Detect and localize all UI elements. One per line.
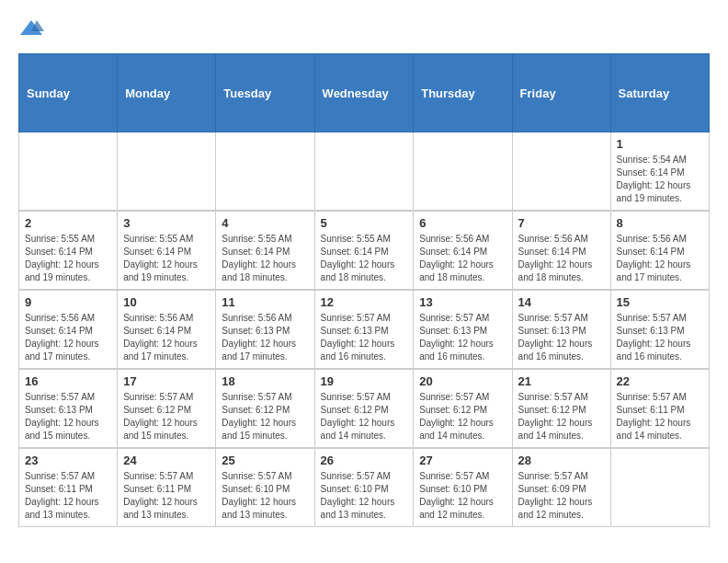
calendar-day-cell: 17Sunrise: 5:57 AM Sunset: 6:12 PM Dayli… <box>118 369 216 448</box>
calendar-week-5: 23Sunrise: 5:57 AM Sunset: 6:11 PM Dayli… <box>19 448 710 527</box>
day-info: Sunrise: 5:56 AM Sunset: 6:14 PM Dayligh… <box>518 233 605 284</box>
calendar-day-cell <box>414 132 512 212</box>
calendar-day-cell: 15Sunrise: 5:57 AM Sunset: 6:13 PM Dayli… <box>610 290 709 369</box>
day-info: Sunrise: 5:57 AM Sunset: 6:13 PM Dayligh… <box>25 391 111 442</box>
day-number: 12 <box>321 295 408 309</box>
calendar-week-3: 9Sunrise: 5:56 AM Sunset: 6:14 PM Daylig… <box>19 290 710 369</box>
page-header <box>18 18 710 39</box>
calendar-day-cell: 24Sunrise: 5:57 AM Sunset: 6:11 PM Dayli… <box>118 448 216 527</box>
day-number: 3 <box>123 216 210 230</box>
calendar-day-cell: 28Sunrise: 5:57 AM Sunset: 6:09 PM Dayli… <box>512 448 610 527</box>
calendar-day-cell <box>314 132 414 212</box>
day-number: 23 <box>25 454 111 467</box>
calendar-day-cell: 5Sunrise: 5:55 AM Sunset: 6:14 PM Daylig… <box>314 211 414 290</box>
weekday-header-wednesday: Wednesday <box>314 54 414 132</box>
day-info: Sunrise: 5:56 AM Sunset: 6:14 PM Dayligh… <box>419 233 506 284</box>
day-info: Sunrise: 5:55 AM Sunset: 6:14 PM Dayligh… <box>321 233 408 284</box>
calendar-day-cell: 6Sunrise: 5:56 AM Sunset: 6:14 PM Daylig… <box>414 211 512 290</box>
weekday-header-sunday: Sunday <box>19 54 118 132</box>
day-number: 27 <box>419 454 506 467</box>
day-number: 25 <box>222 454 308 467</box>
day-info: Sunrise: 5:55 AM Sunset: 6:14 PM Dayligh… <box>25 233 111 284</box>
calendar-day-cell: 2Sunrise: 5:55 AM Sunset: 6:14 PM Daylig… <box>19 211 118 290</box>
day-info: Sunrise: 5:56 AM Sunset: 6:14 PM Dayligh… <box>123 312 210 363</box>
day-number: 5 <box>321 216 408 230</box>
calendar-day-cell: 19Sunrise: 5:57 AM Sunset: 6:12 PM Dayli… <box>314 369 414 448</box>
day-number: 13 <box>419 295 506 309</box>
day-info: Sunrise: 5:57 AM Sunset: 6:12 PM Dayligh… <box>123 391 210 442</box>
calendar-day-cell: 21Sunrise: 5:57 AM Sunset: 6:12 PM Dayli… <box>512 369 610 448</box>
calendar-day-cell: 8Sunrise: 5:56 AM Sunset: 6:14 PM Daylig… <box>610 211 709 290</box>
day-number: 2 <box>25 216 111 230</box>
calendar-day-cell <box>216 132 314 212</box>
day-number: 28 <box>518 454 605 467</box>
day-info: Sunrise: 5:57 AM Sunset: 6:10 PM Dayligh… <box>222 470 308 522</box>
day-info: Sunrise: 5:57 AM Sunset: 6:12 PM Dayligh… <box>222 391 308 442</box>
calendar-day-cell: 12Sunrise: 5:57 AM Sunset: 6:13 PM Dayli… <box>314 290 414 369</box>
calendar-week-4: 16Sunrise: 5:57 AM Sunset: 6:13 PM Dayli… <box>19 369 710 448</box>
day-info: Sunrise: 5:56 AM Sunset: 6:14 PM Dayligh… <box>617 233 703 284</box>
day-number: 18 <box>222 374 308 388</box>
day-number: 15 <box>617 295 703 309</box>
day-info: Sunrise: 5:57 AM Sunset: 6:12 PM Dayligh… <box>518 391 605 442</box>
weekday-header-monday: Monday <box>118 54 216 132</box>
day-info: Sunrise: 5:57 AM Sunset: 6:10 PM Dayligh… <box>419 470 506 522</box>
day-number: 20 <box>419 374 506 388</box>
calendar-day-cell: 27Sunrise: 5:57 AM Sunset: 6:10 PM Dayli… <box>414 448 512 527</box>
day-info: Sunrise: 5:57 AM Sunset: 6:11 PM Dayligh… <box>123 470 210 522</box>
day-number: 14 <box>518 295 605 309</box>
day-number: 1 <box>617 137 703 151</box>
day-number: 10 <box>123 295 210 309</box>
calendar-day-cell: 18Sunrise: 5:57 AM Sunset: 6:12 PM Dayli… <box>216 369 314 448</box>
day-number: 21 <box>518 374 605 388</box>
weekday-header-saturday: Saturday <box>610 54 709 132</box>
calendar-day-cell: 26Sunrise: 5:57 AM Sunset: 6:10 PM Dayli… <box>314 448 414 527</box>
day-number: 4 <box>222 216 308 230</box>
day-info: Sunrise: 5:57 AM Sunset: 6:09 PM Dayligh… <box>518 470 605 522</box>
day-info: Sunrise: 5:56 AM Sunset: 6:13 PM Dayligh… <box>222 312 308 363</box>
day-number: 8 <box>617 216 703 230</box>
calendar-day-cell: 13Sunrise: 5:57 AM Sunset: 6:13 PM Dayli… <box>414 290 512 369</box>
day-info: Sunrise: 5:57 AM Sunset: 6:10 PM Dayligh… <box>321 470 408 522</box>
calendar-day-cell: 23Sunrise: 5:57 AM Sunset: 6:11 PM Dayli… <box>19 448 118 527</box>
day-info: Sunrise: 5:56 AM Sunset: 6:14 PM Dayligh… <box>25 312 111 363</box>
day-info: Sunrise: 5:55 AM Sunset: 6:14 PM Dayligh… <box>123 233 210 284</box>
day-info: Sunrise: 5:57 AM Sunset: 6:13 PM Dayligh… <box>419 312 506 363</box>
calendar-day-cell <box>512 132 610 212</box>
calendar-week-1: 1Sunrise: 5:54 AM Sunset: 6:14 PM Daylig… <box>19 132 710 212</box>
logo-icon <box>18 18 44 39</box>
calendar-day-cell: 14Sunrise: 5:57 AM Sunset: 6:13 PM Dayli… <box>512 290 610 369</box>
day-info: Sunrise: 5:57 AM Sunset: 6:13 PM Dayligh… <box>518 312 605 363</box>
weekday-header-tuesday: Tuesday <box>216 54 314 132</box>
day-number: 26 <box>321 454 408 467</box>
calendar-day-cell: 4Sunrise: 5:55 AM Sunset: 6:14 PM Daylig… <box>216 211 314 290</box>
calendar-day-cell: 20Sunrise: 5:57 AM Sunset: 6:12 PM Dayli… <box>414 369 512 448</box>
calendar-day-cell: 3Sunrise: 5:55 AM Sunset: 6:14 PM Daylig… <box>118 211 216 290</box>
calendar-day-cell: 22Sunrise: 5:57 AM Sunset: 6:11 PM Dayli… <box>610 369 709 448</box>
calendar-day-cell: 11Sunrise: 5:56 AM Sunset: 6:13 PM Dayli… <box>216 290 314 369</box>
calendar-day-cell: 1Sunrise: 5:54 AM Sunset: 6:14 PM Daylig… <box>610 132 709 212</box>
calendar-day-cell <box>19 132 118 212</box>
day-number: 16 <box>25 374 111 388</box>
calendar-day-cell <box>610 448 709 527</box>
weekday-header-thursday: Thursday <box>414 54 512 132</box>
day-number: 7 <box>518 216 605 230</box>
day-info: Sunrise: 5:57 AM Sunset: 6:12 PM Dayligh… <box>419 391 506 442</box>
calendar-day-cell: 7Sunrise: 5:56 AM Sunset: 6:14 PM Daylig… <box>512 211 610 290</box>
day-number: 19 <box>321 374 408 388</box>
day-number: 9 <box>25 295 111 309</box>
weekday-header-friday: Friday <box>512 54 610 132</box>
day-number: 6 <box>419 216 506 230</box>
day-info: Sunrise: 5:57 AM Sunset: 6:11 PM Dayligh… <box>25 470 111 522</box>
day-info: Sunrise: 5:57 AM Sunset: 6:11 PM Dayligh… <box>617 391 703 442</box>
calendar-table: SundayMondayTuesdayWednesdayThursdayFrid… <box>18 53 710 527</box>
day-info: Sunrise: 5:57 AM Sunset: 6:12 PM Dayligh… <box>321 391 408 442</box>
logo <box>18 18 48 39</box>
calendar-day-cell: 25Sunrise: 5:57 AM Sunset: 6:10 PM Dayli… <box>216 448 314 527</box>
weekday-header-row: SundayMondayTuesdayWednesdayThursdayFrid… <box>19 54 710 132</box>
day-info: Sunrise: 5:57 AM Sunset: 6:13 PM Dayligh… <box>321 312 408 363</box>
day-info: Sunrise: 5:57 AM Sunset: 6:13 PM Dayligh… <box>617 312 703 363</box>
calendar-day-cell <box>118 132 216 212</box>
day-info: Sunrise: 5:54 AM Sunset: 6:14 PM Dayligh… <box>617 154 703 205</box>
day-number: 24 <box>123 454 210 467</box>
